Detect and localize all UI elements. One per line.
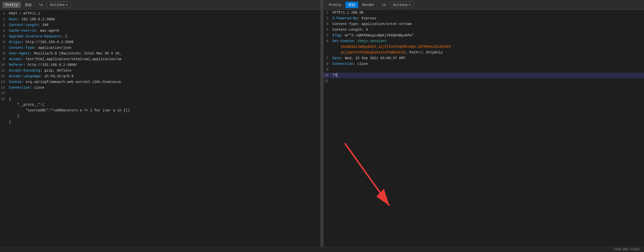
- right-content-area[interactable]: 1 HTTP/1.1 200 OK 2 X-Powered-By: Expres…: [324, 10, 644, 247]
- left-raw-button[interactable]: 原始: [22, 2, 35, 8]
- left-panel: Pretty 原始 \n Actions ▾ 1 POST / HTTP/1.1…: [0, 0, 321, 247]
- table-row: 7 Content-Type: application/json: [0, 45, 320, 51]
- table-row: 7 Date: Wed, 15 Sep 2021 03:00:37 GMT: [324, 55, 644, 61]
- table-row: 12 Accept-Language: zh-CN,zh;q=0.9: [0, 73, 320, 79]
- left-pretty-button[interactable]: Pretty: [2, 2, 21, 8]
- main-container: Pretty 原始 \n Actions ▾ 1 POST / HTTP/1.1…: [0, 0, 644, 252]
- table-row: 4 Cache-Control: max-age=0: [0, 28, 320, 34]
- text-cursor: [337, 73, 337, 77]
- table-row: 13 Cookie: org.springframework.web.servl…: [0, 79, 320, 85]
- table-row: }: [0, 113, 320, 119]
- left-toolbar: Pretty 原始 \n Actions ▾: [0, 0, 320, 10]
- table-row: 4 Content-Length: 3: [324, 27, 644, 33]
- footer-label: CSDN @林一不是01: [614, 248, 640, 251]
- table-row: 3 Content-Type: application/octet-stream: [324, 21, 644, 27]
- table-row: 10 TT: [324, 72, 644, 78]
- right-panel: Pretty 原始 Render \n Actions ▾ 1 HTTP/1.1…: [324, 0, 644, 247]
- chevron-down-icon: ▾: [66, 3, 68, 7]
- table-row: 5 ETag: W/"3-/qNFKbWugixBpkjYb6QG4BpuNfw…: [324, 33, 644, 38]
- table-row: 3 Content-Length: 196: [0, 22, 320, 28]
- table-row: 6 Set-Cookie: thejs.session=: [324, 38, 644, 44]
- table-row: 8 User-Agent: Mozilla/5.0 (Macintosh; In…: [0, 51, 320, 56]
- chevron-down-icon: ▾: [408, 3, 410, 7]
- right-actions-button[interactable]: Actions ▾: [390, 1, 414, 8]
- table-row: 11: [324, 78, 644, 84]
- svg-line-1: [345, 143, 390, 206]
- table-row: 8 Connection: close: [324, 61, 644, 67]
- table-row: 2 X-Powered-By: Express: [324, 15, 644, 21]
- right-raw-button[interactable]: 原始: [345, 2, 358, 8]
- footer-bar: CSDN @林一不是01: [0, 247, 644, 252]
- panel-divider[interactable]: [321, 0, 324, 247]
- table-row: 15: [0, 91, 320, 96]
- left-actions-button[interactable]: Actions ▾: [47, 1, 71, 8]
- table-row: 2 Host: 192.168.0.2:3000: [0, 16, 320, 22]
- table-row: 9: [324, 67, 644, 72]
- table-row: 16 {: [0, 96, 320, 102]
- table-row: 11 Accept-Encoding: gzip, deflate: [0, 68, 320, 73]
- table-row: 5 Upgrade-Insecure-Requests: 1: [0, 34, 320, 39]
- panels: Pretty 原始 \n Actions ▾ 1 POST / HTTP/1.1…: [0, 0, 644, 247]
- table-row: "__proto__":{: [0, 102, 320, 108]
- table-row: 1 POST / HTTP/1.1: [0, 11, 320, 16]
- table-row: 14 Connection: close: [0, 85, 320, 91]
- table-row: "sourceURL":"\u000areturn e => { for (va…: [0, 108, 320, 113]
- right-render-button[interactable]: Render: [359, 2, 378, 8]
- table-row: s%3AEma1Jw8gyB4U3_1ej2TInF53qEMXtbQe.%2F…: [324, 44, 644, 50]
- right-newline-button[interactable]: \n: [379, 2, 389, 8]
- table-row: 9 Accept: text/html,application/xhtml+xm…: [0, 56, 320, 62]
- table-row: }: [0, 119, 320, 125]
- table-row: qzj1pP4rUt%2Bkg619s1teFhQMsmVjE; Path=/;…: [324, 50, 644, 55]
- left-newline-button[interactable]: \n: [36, 2, 46, 8]
- table-row: 10 Referer: http://192.168.0.2:3000/: [0, 62, 320, 68]
- left-content-area[interactable]: 1 POST / HTTP/1.1 2 Host: 192.168.0.2:30…: [0, 10, 320, 247]
- table-row: 1 HTTP/1.1 200 OK: [324, 10, 644, 15]
- table-row: 6 Origin: http://192.168.0.2:3000: [0, 39, 320, 45]
- right-toolbar: Pretty 原始 Render \n Actions ▾: [324, 0, 644, 10]
- right-pretty-button[interactable]: Pretty: [326, 2, 344, 8]
